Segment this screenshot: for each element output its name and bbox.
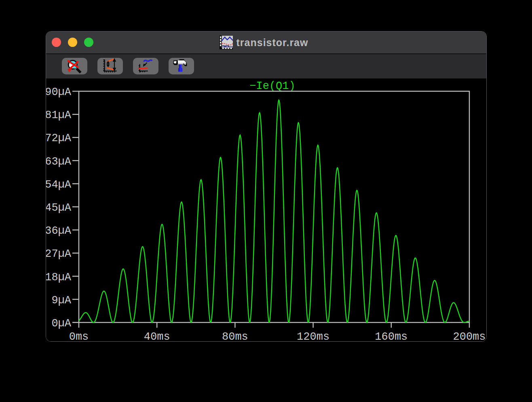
svg-text:72µA: 72µA [46,132,72,144]
svg-text:200ms: 200ms [453,331,486,341]
svg-text:40ms: 40ms [144,331,170,341]
svg-text:27µA: 27µA [46,248,72,260]
svg-text:63µA: 63µA [46,156,72,168]
svg-text:120ms: 120ms [297,331,329,341]
svg-text:9µA: 9µA [51,294,71,307]
svg-text:90µA: 90µA [46,86,72,98]
svg-text:81µA: 81µA [46,109,72,121]
svg-text:45µA: 45µA [46,202,72,214]
svg-text:36µA: 36µA [46,225,72,237]
svg-text:0µA: 0µA [51,317,71,330]
svg-text:0ms: 0ms [69,331,89,341]
svg-text:80ms: 80ms [222,331,248,341]
svg-text:18µA: 18µA [46,271,72,284]
svg-text:160ms: 160ms [375,331,407,341]
svg-text:−Ie(Q1): −Ie(Q1) [249,80,295,92]
svg-text:54µA: 54µA [46,179,72,191]
